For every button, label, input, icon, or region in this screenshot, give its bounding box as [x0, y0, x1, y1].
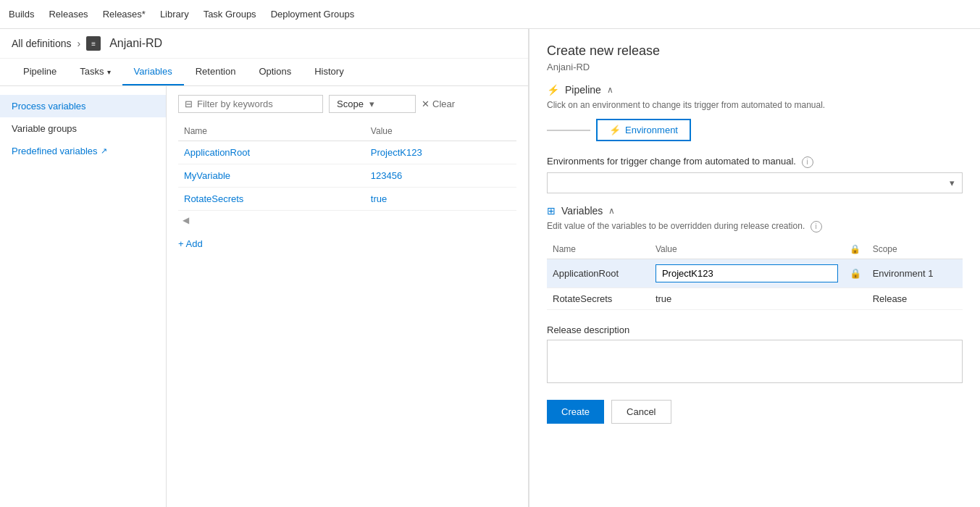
var-value-2[interactable]: true — [365, 188, 516, 211]
external-link-icon: ↗ — [101, 146, 107, 156]
col-name: Name — [178, 122, 365, 141]
release-desc-label: Release description — [547, 324, 963, 335]
scope-dropdown[interactable]: Scope ▾ — [329, 95, 416, 113]
sidebar-item-process-variables[interactable]: Process variables — [0, 95, 166, 117]
right-panel: Create new release Anjani-RD ⚡ Pipeline … — [529, 29, 980, 507]
sub-nav: Pipeline Tasks Variables Retention Optio… — [0, 59, 528, 86]
nav-task-groups[interactable]: Task Groups — [204, 9, 256, 20]
release-desc-textarea[interactable] — [547, 340, 963, 383]
var-name-2[interactable]: RotateSecrets — [178, 188, 365, 211]
sidebar-item-variable-groups[interactable]: Variable groups — [0, 117, 166, 140]
nav-deployment-groups[interactable]: Deployment Groups — [271, 9, 355, 20]
pipeline-section: ⚡ Pipeline ∧ Click on an environment to … — [547, 84, 963, 141]
rel-var-lock-1 — [844, 288, 867, 309]
create-button[interactable]: Create — [547, 400, 604, 424]
release-table-row: ApplicationRoot 🔒 Environment 1 — [547, 259, 963, 288]
variables-table: Name Value ApplicationRoot ProjectK123 M… — [178, 122, 516, 211]
variables-chevron-icon[interactable]: ∧ — [608, 206, 615, 216]
variables-description: Edit value of the variables to be overri… — [547, 221, 963, 232]
add-button[interactable]: + Add — [178, 238, 516, 249]
lightning-icon: ⚡ — [547, 84, 559, 96]
breadcrumb: All definitions › ≡ Anjani-RD — [0, 29, 528, 59]
tab-history[interactable]: History — [303, 59, 355, 85]
release-variables-section: ⊞ Variables ∧ Edit value of the variable… — [547, 205, 963, 310]
panel-subtitle: Anjani-RD — [547, 62, 963, 72]
rel-var-value-input-0[interactable] — [656, 264, 838, 282]
rel-var-name-0: ApplicationRoot — [547, 259, 650, 288]
tab-retention[interactable]: Retention — [184, 59, 248, 85]
pipeline-description: Click on an environment to change its tr… — [547, 100, 963, 110]
rel-var-value-0[interactable] — [650, 259, 844, 288]
release-description-section: Release description — [547, 324, 963, 385]
rel-col-scope: Scope — [867, 240, 963, 259]
rel-col-name: Name — [547, 240, 650, 259]
scroll-left-icon[interactable]: ◀ — [178, 214, 193, 227]
page-icon: ≡ — [86, 36, 101, 51]
filter-icon: ⊟ — [185, 99, 193, 109]
clear-x-icon: ✕ — [422, 99, 430, 109]
pipeline-section-header: ⚡ Pipeline ∧ — [547, 84, 963, 96]
table-row: ApplicationRoot ProjectK123 — [178, 141, 516, 164]
action-buttons: Create Cancel — [547, 400, 963, 424]
tab-options[interactable]: Options — [247, 59, 303, 85]
pipeline-label: Pipeline — [565, 84, 601, 96]
info-icon[interactable]: i — [802, 156, 813, 168]
nav-releases[interactable]: Releases — [49, 9, 88, 20]
top-nav: Builds Releases Releases* Library Task G… — [0, 0, 980, 29]
filter-input-container[interactable]: ⊟ — [178, 95, 323, 113]
var-value-0[interactable]: ProjectK123 — [365, 141, 516, 164]
variables-label: Variables — [561, 205, 603, 217]
pipeline-area: ⚡ Environment — [547, 119, 963, 141]
release-variables-table: Name Value 🔒 Scope ApplicationRoot 🔒 Env… — [547, 240, 963, 310]
variables-section-header: ⊞ Variables ∧ — [547, 205, 963, 217]
variables-area: ⊟ Scope ▾ ✕ Clear — [167, 86, 528, 507]
rel-var-scope-1: Release — [867, 288, 963, 309]
var-name-1[interactable]: MyVariable — [178, 164, 365, 188]
var-name-0[interactable]: ApplicationRoot — [178, 141, 365, 164]
rel-var-name-1: RotateSecrets — [547, 288, 650, 309]
environments-section: Environments for trigger change from aut… — [547, 156, 963, 193]
left-panel: All definitions › ≡ Anjani-RD Pipeline T… — [0, 29, 529, 507]
pipeline-chevron-icon[interactable]: ∧ — [607, 85, 613, 95]
scope-chevron-icon: ▾ — [369, 99, 374, 109]
release-table-row: RotateSecrets true Release — [547, 288, 963, 309]
col-value: Value — [365, 122, 516, 141]
all-definitions-link[interactable]: All definitions — [12, 38, 72, 49]
sidebar: Process variables Variable groups Predef… — [0, 86, 167, 507]
rel-var-scope-0: Environment 1 — [867, 259, 963, 288]
table-row: RotateSecrets true — [178, 188, 516, 211]
panel-title: Create new release — [547, 43, 963, 59]
toolbar: ⊟ Scope ▾ ✕ Clear — [178, 95, 516, 113]
table-row: MyVariable 123456 — [178, 164, 516, 188]
nav-library[interactable]: Library — [160, 9, 189, 20]
rel-col-lock: 🔒 — [844, 240, 867, 259]
cancel-button[interactable]: Cancel — [611, 400, 671, 424]
clear-button[interactable]: ✕ Clear — [422, 99, 455, 109]
env-trigger-label: Environments for trigger change from aut… — [547, 156, 963, 168]
tab-tasks[interactable]: Tasks — [68, 59, 122, 85]
tab-variables[interactable]: Variables — [122, 59, 184, 85]
nav-releases-star[interactable]: Releases* — [103, 9, 146, 20]
pipeline-line — [547, 130, 590, 131]
variables-icon: ⊞ — [547, 205, 556, 217]
tab-pipeline[interactable]: Pipeline — [12, 59, 68, 85]
scroll-indicator: ◀ — [178, 211, 516, 230]
environment-button[interactable]: ⚡ Environment — [596, 119, 691, 141]
sidebar-link-predefined[interactable]: Predefined variables ↗ — [0, 140, 166, 162]
env-dropdown-chevron-icon: ▾ — [950, 177, 955, 188]
nav-builds[interactable]: Builds — [9, 9, 34, 20]
page-name: Anjani-RD — [109, 37, 162, 50]
scope-label: Scope — [337, 99, 364, 109]
variables-info-icon[interactable]: i — [811, 221, 822, 232]
env-dropdown[interactable]: ▾ — [547, 172, 963, 193]
rel-col-value: Value — [650, 240, 844, 259]
environment-icon: ⚡ — [609, 125, 621, 135]
rel-var-value-1: true — [650, 288, 844, 309]
rel-var-lock-0[interactable]: 🔒 — [844, 259, 867, 288]
var-value-1[interactable]: 123456 — [365, 164, 516, 188]
filter-input[interactable] — [197, 99, 298, 109]
breadcrumb-chevron: › — [78, 38, 81, 49]
